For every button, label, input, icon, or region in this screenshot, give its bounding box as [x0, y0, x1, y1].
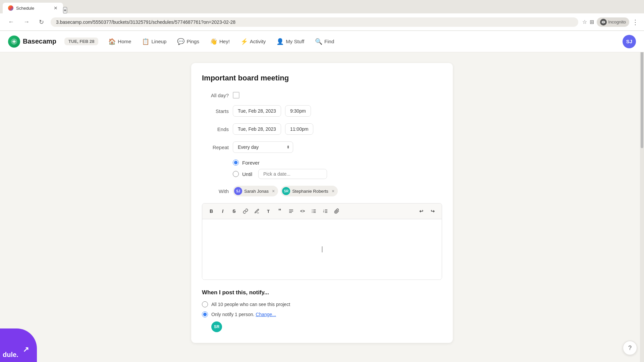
notify-one-row: Only notify 1 person. Change... — [202, 311, 442, 317]
until-label[interactable]: Until — [242, 171, 252, 177]
allday-row: All day? — [202, 92, 442, 99]
scrollbar — [640, 31, 644, 362]
layout-icon[interactable]: ⊞ — [590, 19, 594, 25]
starts-label: Starts — [202, 108, 229, 114]
ends-label: Ends — [202, 126, 229, 132]
undo-redo-group: ↩ ↪ — [416, 206, 438, 216]
scrollbar-thumb[interactable] — [641, 48, 643, 148]
redo-button[interactable]: ↪ — [428, 206, 438, 216]
incognito-label: Incognito — [608, 19, 626, 24]
repeat-select[interactable]: Never Every day Every week Every 2 weeks… — [233, 141, 293, 153]
nav-label-pings: Pings — [186, 39, 199, 44]
starts-date-input[interactable]: Tue, Feb 28, 2023 — [233, 105, 281, 117]
forward-button[interactable]: → — [21, 17, 32, 27]
nav-item-activity[interactable]: ⚡ Activity — [236, 35, 271, 48]
date-badge: TUE, FEB 28 — [64, 38, 98, 45]
nav-item-mystuff[interactable]: 👤 My Stuff — [272, 35, 309, 48]
undo-button[interactable]: ↩ — [416, 206, 426, 216]
nav-item-lineup[interactable]: 📋 Lineup — [137, 35, 171, 48]
help-button[interactable]: ? — [623, 341, 637, 355]
repeat-row: Repeat Never Every day Every week Every … — [202, 141, 442, 153]
back-button[interactable]: ← — [5, 17, 17, 27]
ends-time-input[interactable]: 11:00pm — [285, 123, 313, 135]
notify-section: When I post this, notify... All 10 peopl… — [202, 289, 442, 332]
participant-tag-sj: SJ Sarah Jonas × — [233, 186, 278, 196]
repeat-label: Repeat — [202, 144, 229, 150]
until-row: Until — [233, 169, 442, 179]
highlight-button[interactable] — [252, 206, 262, 216]
forever-row: Forever — [233, 160, 442, 166]
svg-point-7 — [312, 209, 313, 210]
notify-all-label[interactable]: All 10 people who can see this project — [211, 302, 290, 307]
remove-participant-sj[interactable]: × — [272, 188, 275, 194]
align-button[interactable] — [286, 206, 296, 216]
editor-toolbar: B I S T " <> — [202, 203, 442, 219]
with-label: With — [202, 188, 229, 194]
ends-row: Ends Tue, Feb 28, 2023 11:00pm — [202, 123, 442, 135]
notify-all-radio[interactable] — [202, 301, 208, 307]
tab-favicon — [8, 5, 13, 11]
nav-label-home: Home — [118, 39, 131, 44]
transform-button[interactable]: T — [263, 206, 273, 216]
nav-item-pings[interactable]: 💬 Pings — [172, 35, 204, 48]
quote-button[interactable]: " — [275, 206, 285, 216]
starts-row: Starts Tue, Feb 28, 2023 9:30pm — [202, 105, 442, 117]
url-input[interactable] — [51, 17, 578, 27]
logo[interactable]: Basecamp — [8, 36, 56, 48]
with-row: With SJ Sarah Jonas × SR Stephanie Rober… — [202, 186, 442, 196]
participant-avatar-sr: SR — [282, 187, 290, 195]
forever-label[interactable]: Forever — [242, 160, 260, 166]
italic-button[interactable]: I — [218, 206, 228, 216]
ends-date-input[interactable]: Tue, Feb 28, 2023 — [233, 123, 281, 135]
user-avatar[interactable]: SJ — [623, 35, 636, 48]
notify-title: When I post this, notify... — [202, 289, 442, 296]
address-bar: ← → ↻ ☆ ⊞ Incognito ⋮ — [0, 13, 644, 31]
nav-items: 🏠 Home 📋 Lineup 💬 Pings 👋 Hey! ⚡ Activit… — [104, 35, 339, 48]
allday-label: All day? — [202, 93, 229, 98]
logo-text: Basecamp — [23, 38, 56, 45]
svg-point-8 — [312, 211, 313, 212]
tab-close-button[interactable]: ✕ — [54, 5, 58, 11]
strikethrough-button[interactable]: S — [229, 206, 239, 216]
hey-icon: 👋 — [210, 38, 217, 45]
active-tab[interactable]: Schedule ✕ — [3, 3, 63, 13]
main-content: Important board meeting All day? Starts … — [0, 52, 644, 354]
refresh-button[interactable]: ↻ — [36, 17, 47, 27]
until-date-picker[interactable] — [258, 169, 327, 179]
editor-body[interactable] — [202, 219, 442, 280]
starts-time-input[interactable]: 9:30pm — [285, 105, 311, 117]
forever-radio[interactable] — [233, 160, 239, 166]
bookmark-icon[interactable]: ☆ — [582, 19, 587, 25]
logo-icon — [8, 36, 20, 48]
attachment-button[interactable] — [332, 206, 342, 216]
code-button[interactable]: <> — [298, 206, 308, 216]
unordered-list-button[interactable] — [309, 206, 319, 216]
nav-item-hey[interactable]: 👋 Hey! — [205, 35, 234, 48]
browser-actions: ☆ ⊞ Incognito ⋮ — [582, 17, 639, 27]
until-radio[interactable] — [233, 171, 239, 177]
nav-label-hey: Hey! — [219, 39, 230, 44]
ordered-list-button[interactable] — [320, 206, 330, 216]
svg-point-9 — [312, 212, 313, 213]
text-cursor — [322, 246, 322, 252]
find-icon: 🔍 — [315, 38, 322, 45]
repeat-select-wrapper: Never Every day Every week Every 2 weeks… — [233, 141, 293, 153]
mystuff-icon: 👤 — [276, 38, 284, 45]
lineup-icon: 📋 — [142, 38, 149, 45]
pings-icon: 💬 — [177, 38, 184, 45]
nav-label-lineup: Lineup — [151, 39, 166, 44]
browser-menu-button[interactable]: ⋮ — [632, 18, 639, 26]
allday-checkbox[interactable] — [233, 92, 239, 99]
notify-all-row: All 10 people who can see this project — [202, 301, 442, 307]
app-nav: Basecamp TUE, FEB 28 🏠 Home 📋 Lineup 💬 P… — [0, 31, 644, 52]
nav-item-find[interactable]: 🔍 Find — [310, 35, 339, 48]
new-tab-button[interactable]: + — [63, 7, 67, 13]
bold-button[interactable]: B — [206, 206, 216, 216]
form-container: Important board meeting All day? Starts … — [191, 63, 453, 343]
remove-participant-sr[interactable]: × — [332, 188, 334, 194]
change-link[interactable]: Change... — [256, 312, 276, 317]
form-title: Important board meeting — [202, 74, 442, 82]
link-button[interactable] — [240, 206, 251, 216]
nav-item-home[interactable]: 🏠 Home — [104, 35, 136, 48]
notify-one-radio[interactable] — [202, 311, 208, 317]
